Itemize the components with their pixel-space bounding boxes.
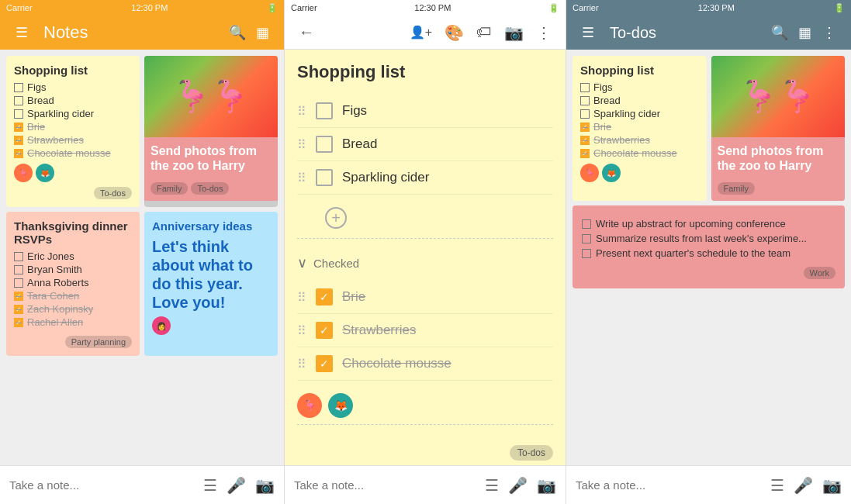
left-search-icon[interactable]: 🔍 <box>227 22 248 43</box>
add-person-icon[interactable]: 👤+ <box>405 25 437 40</box>
work-check-2[interactable] <box>582 234 591 243</box>
left-top-bar: ☰ Notes 🔍 ▦ <box>0 16 284 50</box>
right-note-input[interactable] <box>576 478 761 492</box>
drag-handle-straw[interactable]: ⠿ <box>297 323 306 338</box>
left-note-input[interactable] <box>9 478 194 492</box>
back-icon[interactable]: ← <box>294 23 319 41</box>
right-camera-icon[interactable]: 📷 <box>822 476 842 495</box>
avatar-1: 🦩 <box>14 164 33 182</box>
remind-divider <box>297 424 553 425</box>
left-title: Notes <box>43 22 225 43</box>
drag-handle-choc[interactable]: ⠿ <box>297 357 306 371</box>
mid-note-input[interactable] <box>294 478 476 492</box>
right-shopping-title: Shopping list <box>580 64 699 77</box>
r-family-label[interactable]: Family <box>718 182 755 195</box>
right-time: 12:30 PM <box>698 3 735 12</box>
left-grid-icon[interactable]: ▦ <box>251 22 273 43</box>
work-item-2: Summarize results from last week's exper… <box>582 233 835 244</box>
brie-checkbox[interactable]: ✓ <box>14 123 23 132</box>
shopping-list-card-left[interactable]: Shopping list Figs Bread Sparkling cider… <box>6 56 140 207</box>
mid-brie-checkbox[interactable]: ✓ <box>316 288 333 306</box>
mid-list-icon[interactable]: ☰ <box>485 476 499 495</box>
more-icon-mid[interactable]: ⋮ <box>531 23 556 42</box>
party-label[interactable]: Party planning <box>65 336 132 348</box>
mid-choc-item: ⠿ ✓ Chocolate mousse <box>297 347 553 381</box>
r-bread-checkbox[interactable] <box>580 96 590 105</box>
r-sparkling-item: Sparkling cider <box>580 108 699 119</box>
choc-checkbox[interactable]: ✓ <box>14 149 23 158</box>
work-check-3[interactable] <box>582 249 591 258</box>
left-notes-grid: Shopping list Figs Bread Sparkling cider… <box>6 56 278 356</box>
divider <box>297 238 553 239</box>
camera-icon-mid[interactable]: 📷 <box>500 23 528 42</box>
bread-checkbox[interactable] <box>14 96 23 105</box>
drag-handle-figs[interactable]: ⠿ <box>297 104 306 119</box>
anniversary-card[interactable]: Anniversary ideas Let's think about what… <box>144 212 278 356</box>
r-sparkling-checkbox[interactable] <box>580 109 590 119</box>
add-item-btn[interactable]: + <box>297 195 553 232</box>
send-photos-text-bg: Send photos from the zoo to Harry Family… <box>144 137 278 201</box>
right-search-icon[interactable]: 🔍 <box>769 22 790 43</box>
label-icon[interactable]: 🏷 <box>472 23 496 41</box>
drag-handle-sparkling[interactable]: ⠿ <box>297 171 306 185</box>
add-item-plus[interactable]: + <box>325 207 347 229</box>
bryan-checkbox[interactable] <box>14 265 23 274</box>
right-grid-icon[interactable]: ▦ <box>794 22 815 43</box>
left-list-icon[interactable]: ☰ <box>203 476 217 495</box>
send-photos-card-right[interactable]: 🦩🦩 Send photos from the zoo to Harry Fam… <box>711 56 846 201</box>
todos-label[interactable]: To-dos <box>191 182 229 195</box>
r-avatar-2: 🦊 <box>602 164 621 182</box>
zach-checkbox[interactable]: ✓ <box>14 305 23 314</box>
r-choc-checkbox[interactable]: ✓ <box>580 149 590 158</box>
checked-header[interactable]: ∨ Checked <box>297 245 553 281</box>
right-bottom-bar: ☰ 🎤 📷 <box>566 465 851 504</box>
strawberries-checkbox[interactable]: ✓ <box>14 136 23 145</box>
send-photos-card-left[interactable]: 🦩🦩 Send photos from the zoo to Harry Fam… <box>144 56 278 207</box>
mid-straw-item: ⠿ ✓ Strawberries <box>297 314 553 347</box>
left-camera-icon[interactable]: 📷 <box>255 476 275 495</box>
mid-camera-icon[interactable]: 📷 <box>537 476 556 495</box>
chevron-icon: ∨ <box>297 254 307 271</box>
brie-item: ✓Brie <box>14 121 132 133</box>
left-menu-icon[interactable]: ☰ <box>11 22 33 43</box>
right-more-icon[interactable]: ⋮ <box>818 22 840 43</box>
tara-checkbox[interactable]: ✓ <box>14 292 23 301</box>
work-card[interactable]: Write up abstract for upcoming conferenc… <box>573 205 845 288</box>
rachel-checkbox[interactable]: ✓ <box>14 318 23 327</box>
right-mic-icon[interactable]: 🎤 <box>794 476 813 495</box>
mid-bread-checkbox[interactable] <box>316 136 333 153</box>
family-label[interactable]: Family <box>150 182 188 195</box>
shopping-list-card-right[interactable]: Shopping list Figs Bread Sparkling cider… <box>573 56 707 201</box>
mid-mic-icon[interactable]: 🎤 <box>508 476 528 495</box>
mid-straw-checkbox[interactable]: ✓ <box>316 322 333 339</box>
right-list-icon[interactable]: ☰ <box>770 476 784 495</box>
drag-handle-bread[interactable]: ⠿ <box>297 137 306 152</box>
r-brie-checkbox[interactable]: ✓ <box>580 123 590 132</box>
r-figs-checkbox[interactable] <box>580 83 590 92</box>
flamingo-image: 🦩🦩 <box>144 56 278 137</box>
drag-handle-brie[interactable]: ⠿ <box>297 290 306 305</box>
mid-note-title[interactable]: Shopping list <box>297 62 553 82</box>
mid-choc-checkbox[interactable]: ✓ <box>316 355 333 372</box>
palette-icon[interactable]: 🎨 <box>440 23 469 42</box>
r-straw-checkbox[interactable]: ✓ <box>580 136 590 145</box>
mid-brie-item: ⠿ ✓ Brie <box>297 281 553 314</box>
work-check-1[interactable] <box>582 219 591 229</box>
right-menu-icon[interactable]: ☰ <box>577 22 599 43</box>
work-label[interactable]: Work <box>804 267 835 279</box>
anna-checkbox[interactable] <box>14 278 23 288</box>
shopping-label[interactable]: To-dos <box>94 187 132 199</box>
left-content: Shopping list Figs Bread Sparkling cider… <box>0 50 284 465</box>
mid-carrier: Carrier <box>291 3 317 12</box>
mid-figs-checkbox[interactable] <box>316 102 333 119</box>
mid-sparkling-checkbox[interactable] <box>316 169 333 186</box>
anniversary-avatar-1: 👩 <box>152 316 171 335</box>
mid-sparkling-item: ⠿ Sparkling cider <box>297 161 553 195</box>
thanksgiving-card[interactable]: Thanksgiving dinner RSVPs Eric Jones Bry… <box>6 212 140 356</box>
mid-label-tag[interactable]: To-dos <box>510 445 553 461</box>
sparkling-checkbox[interactable] <box>14 109 23 119</box>
remind-row[interactable]: ⏰ Remind me <box>297 431 553 440</box>
figs-checkbox[interactable] <box>14 83 23 92</box>
left-mic-icon[interactable]: 🎤 <box>227 476 246 495</box>
eric-checkbox[interactable] <box>14 252 23 261</box>
